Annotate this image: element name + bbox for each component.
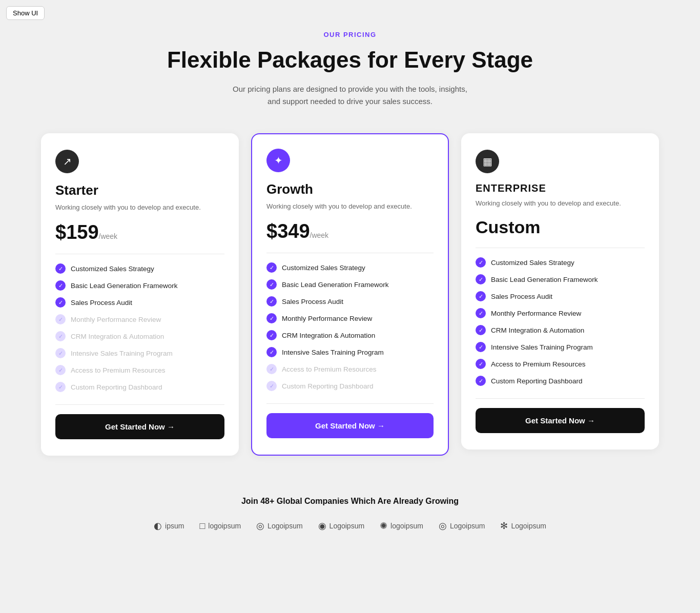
- plan-icon: ↗: [55, 150, 79, 173]
- pricing-card-starter: ↗ Starter Working closely with you to de…: [41, 133, 239, 456]
- show-ui-button[interactable]: Show UI: [6, 6, 45, 20]
- divider: [476, 248, 645, 248]
- feature-text: Customized Sales Strategy: [282, 264, 365, 272]
- plan-price-period: /week: [310, 231, 329, 239]
- feature-text: Basic Lead Generation Framework: [71, 282, 178, 290]
- check-icon: ✓: [55, 297, 66, 308]
- feature-text: Access to Premium Resources: [71, 366, 166, 374]
- logo-item: ✻ Logoipsum: [500, 520, 546, 532]
- logo-item: ✺ logoipsum: [380, 520, 423, 532]
- plan-desc: Working closely with you to develop and …: [266, 201, 434, 212]
- section-subtitle: Our pricing plans are designed to provid…: [227, 83, 473, 108]
- feature-text: Custom Reporting Dashboard: [491, 377, 583, 385]
- plan-price: $159: [55, 221, 99, 243]
- feature-text: Sales Process Audit: [71, 299, 132, 306]
- feature-text: Intensive Sales Training Program: [71, 350, 173, 357]
- divider: [266, 253, 434, 253]
- logo-name: logoipsum: [390, 522, 423, 530]
- check-icon: ✓: [55, 314, 66, 324]
- logos-row: ◐ ipsum □ logoipsum ◎ Logoipsum ◉ Logoip…: [41, 520, 659, 532]
- features-list: ✓ Customized Sales Strategy ✓ Basic Lead…: [55, 263, 224, 392]
- check-icon: ✓: [266, 381, 277, 391]
- divider: [55, 254, 224, 254]
- check-icon: ✓: [55, 382, 66, 392]
- feature-item: ✓ Custom Reporting Dashboard: [266, 381, 434, 391]
- logo-item: ◎ Logoipsum: [256, 520, 303, 532]
- price-row: $159/week: [55, 221, 224, 243]
- feature-text: Custom Reporting Dashboard: [71, 383, 162, 391]
- check-icon: ✓: [266, 313, 277, 323]
- companies-section: Join 48+ Global Companies Which Are Alre…: [41, 486, 659, 532]
- plan-price-period: /week: [99, 232, 118, 240]
- logo-icon: ◎: [256, 520, 264, 532]
- check-icon: ✓: [476, 325, 486, 335]
- feature-text: Sales Process Audit: [282, 298, 343, 305]
- feature-item: ✓ Custom Reporting Dashboard: [476, 376, 645, 386]
- feature-text: Monthly Performance Review: [71, 316, 161, 323]
- check-icon: ✓: [476, 257, 486, 268]
- plan-icon: ✦: [266, 149, 290, 172]
- feature-item: ✓ Monthly Performance Review: [266, 313, 434, 323]
- check-icon: ✓: [266, 364, 277, 374]
- check-icon: ✓: [55, 331, 66, 341]
- feature-item: ✓ Intensive Sales Training Program: [55, 348, 224, 358]
- feature-text: Access to Premium Resources: [282, 365, 377, 373]
- check-icon: ✓: [476, 342, 486, 352]
- logo-icon: ◎: [439, 520, 447, 532]
- features-list: ✓ Customized Sales Strategy ✓ Basic Lead…: [476, 257, 645, 386]
- plan-name: ENTERPRISE: [476, 182, 645, 194]
- feature-item: ✓ Intensive Sales Training Program: [476, 342, 645, 352]
- logo-item: □ logoipsum: [199, 521, 241, 532]
- feature-text: CRM Integration & Automation: [491, 326, 584, 334]
- page-wrapper: OUR PRICING Flexible Packages for Every …: [0, 0, 700, 562]
- feature-item: ✓ Customized Sales Strategy: [266, 262, 434, 273]
- logo-icon: □: [199, 521, 205, 532]
- check-icon: ✓: [55, 365, 66, 375]
- feature-text: CRM Integration & Automation: [282, 332, 375, 339]
- cta-button-growth[interactable]: Get Started Now →: [266, 413, 434, 438]
- feature-item: ✓ Access to Premium Resources: [266, 364, 434, 374]
- feature-text: Basic Lead Generation Framework: [491, 276, 598, 283]
- plan-name: Starter: [55, 182, 224, 198]
- feature-item: ✓ CRM Integration & Automation: [266, 330, 434, 340]
- feature-item: ✓ Monthly Performance Review: [476, 308, 645, 318]
- cta-button-starter[interactable]: Get Started Now →: [55, 414, 224, 439]
- check-icon: ✓: [266, 279, 277, 290]
- divider-bottom: [266, 403, 434, 404]
- feature-text: Access to Premium Resources: [491, 360, 586, 368]
- plan-name: Growth: [266, 181, 434, 197]
- pricing-card-enterprise: ▦ ENTERPRISE Working closely with you to…: [461, 133, 659, 450]
- logo-name: Logoipsum: [330, 522, 365, 530]
- check-icon: ✓: [55, 263, 66, 274]
- check-icon: ✓: [476, 308, 486, 318]
- feature-item: ✓ CRM Integration & Automation: [55, 331, 224, 341]
- cta-button-enterprise[interactable]: Get Started Now →: [476, 408, 645, 433]
- feature-item: ✓ Access to Premium Resources: [55, 365, 224, 375]
- feature-item: ✓ CRM Integration & Automation: [476, 325, 645, 335]
- feature-item: ✓ Access to Premium Resources: [476, 359, 645, 369]
- divider-bottom: [55, 404, 224, 405]
- logo-item: ◎ Logoipsum: [439, 520, 485, 532]
- logo-name: ipsum: [165, 522, 184, 530]
- feature-item: ✓ Monthly Performance Review: [55, 314, 224, 324]
- price-row: $349/week: [266, 220, 434, 242]
- check-icon: ✓: [476, 376, 486, 386]
- features-list: ✓ Customized Sales Strategy ✓ Basic Lead…: [266, 262, 434, 391]
- check-icon: ✓: [476, 274, 486, 284]
- feature-text: Monthly Performance Review: [491, 310, 581, 317]
- logo-name: Logoipsum: [267, 522, 303, 530]
- companies-title: Join 48+ Global Companies Which Are Alre…: [41, 497, 659, 506]
- logo-item: ◐ ipsum: [154, 520, 184, 532]
- plan-price: Custom: [476, 217, 645, 237]
- check-icon: ✓: [476, 291, 486, 301]
- feature-text: Intensive Sales Training Program: [491, 343, 593, 351]
- feature-item: ✓ Intensive Sales Training Program: [266, 347, 434, 357]
- check-icon: ✓: [476, 359, 486, 369]
- plan-icon: ▦: [476, 150, 499, 173]
- pricing-grid: ↗ Starter Working closely with you to de…: [41, 133, 659, 456]
- feature-text: Monthly Performance Review: [282, 315, 372, 322]
- check-icon: ✓: [266, 262, 277, 273]
- feature-text: Customized Sales Strategy: [71, 265, 154, 273]
- pricing-card-growth: ✦ Growth Working closely with you to dev…: [251, 133, 449, 456]
- feature-item: ✓ Basic Lead Generation Framework: [266, 279, 434, 290]
